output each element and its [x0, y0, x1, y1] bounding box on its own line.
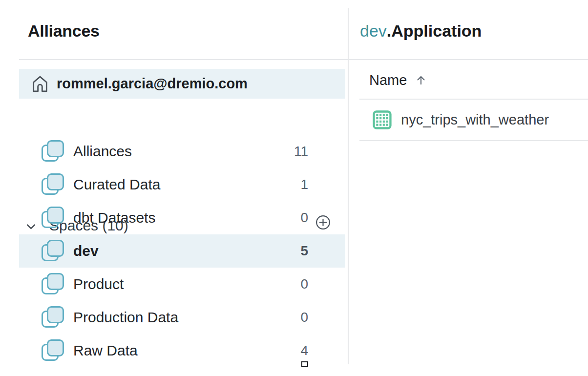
sidebar-title: Alliances [28, 21, 100, 41]
space-item-label: dev [73, 243, 99, 259]
space-item-count: 0 [300, 210, 308, 226]
stray-glyph-box [301, 361, 308, 367]
space-stacked-squares-icon [42, 140, 65, 163]
space-item-count: 4 [300, 343, 308, 358]
space-item-alliances[interactable]: Alliances 11 [19, 135, 345, 168]
space-item-dbt-datasets[interactable]: dbt Datasets 0 [19, 201, 345, 234]
space-stacked-squares-icon [42, 240, 65, 262]
catalog-sidebar: Alliances rommel.garcia@dremio.com Space… [0, 0, 348, 376]
space-item-label: Production Data [73, 309, 178, 326]
column-label: Name [369, 72, 407, 88]
dataset-table-icon [372, 110, 392, 130]
dataset-name: nyc_trips_with_weather [401, 112, 549, 128]
breadcrumb-entity-title: Application [391, 21, 482, 40]
space-item-count: 1 [300, 177, 308, 192]
dremio-catalog-app: { "left_panel": { "title": "Alliances", … [0, 0, 588, 376]
spaces-section-header: Spaces (10) [0, 106, 348, 134]
space-item-production-data[interactable]: Production Data 0 [19, 301, 345, 334]
home-space-item[interactable]: rommel.garcia@dremio.com [19, 69, 345, 99]
space-item-raw-data[interactable]: Raw Data 4 [19, 334, 345, 367]
space-stacked-squares-icon [42, 273, 65, 295]
space-content-panel: dev.Application Name nyc_trips_with_weat… [348, 0, 588, 376]
breadcrumb-space-link[interactable]: dev [360, 21, 387, 40]
space-item-label: Curated Data [73, 176, 160, 193]
space-item-label: dbt Datasets [73, 209, 155, 226]
space-item-count: 0 [300, 276, 308, 292]
space-stacked-squares-icon [42, 207, 65, 229]
space-stacked-squares-icon [42, 339, 65, 362]
panel-title-divider [349, 59, 588, 60]
space-item-count: 11 [294, 144, 308, 159]
space-stacked-squares-icon [42, 173, 65, 196]
dataset-row-nyc-trips-with-weather[interactable]: nyc_trips_with_weather [359, 100, 588, 140]
space-item-label: Raw Data [73, 342, 138, 359]
space-item-count: 0 [300, 310, 308, 325]
space-item-count: 5 [300, 243, 308, 259]
space-item-label: Product [73, 276, 124, 292]
table-column-header-name[interactable]: Name [369, 72, 427, 88]
space-stacked-squares-icon [42, 306, 65, 329]
breadcrumb: dev.Application [360, 21, 482, 41]
space-item-product[interactable]: Product 0 [19, 268, 345, 301]
space-item-curated-data[interactable]: Curated Data 1 [19, 168, 345, 201]
table-row-divider [359, 140, 588, 141]
home-item-label: rommel.garcia@dremio.com [57, 76, 248, 92]
arrow-up-icon [415, 74, 427, 86]
breadcrumb-separator: . [387, 21, 391, 40]
home-icon [30, 74, 50, 94]
sidebar-title-divider [19, 59, 348, 60]
space-item-label: Alliances [73, 143, 132, 160]
space-item-dev[interactable]: dev 5 [19, 234, 345, 268]
